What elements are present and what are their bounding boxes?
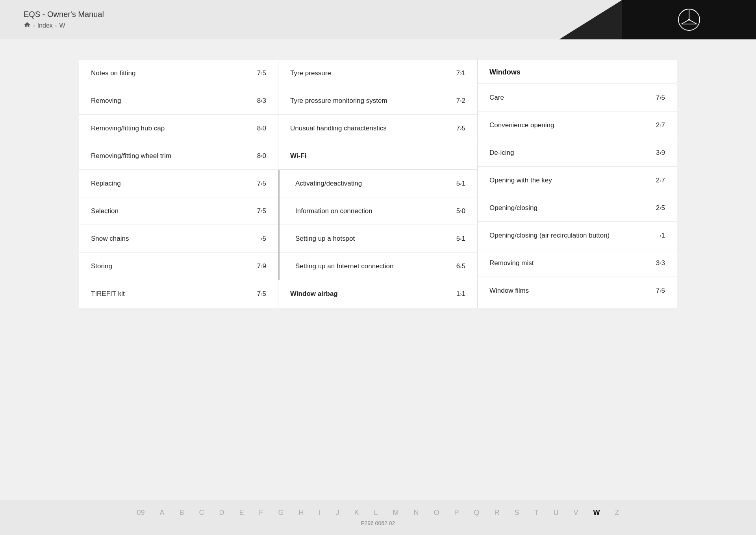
row-label: Removing mist bbox=[489, 259, 656, 267]
column-3: Windows Care 7›5 Convenience opening 2›7… bbox=[478, 59, 677, 308]
row-page: 7›5 bbox=[456, 124, 465, 132]
row-label: Storing bbox=[91, 262, 257, 270]
alpha-H[interactable]: H bbox=[298, 509, 304, 517]
row-label: Convenience opening bbox=[489, 121, 656, 129]
section-header-wifi: Wi-Fi bbox=[278, 142, 477, 170]
table-row: Tyre pressure monitoring system 7›2 bbox=[278, 87, 477, 115]
index-table: Notes on fitting 7›5 Removing 8›3 Removi… bbox=[79, 59, 677, 308]
row-label: TIREFIT kit bbox=[91, 290, 257, 298]
table-row: TIREFIT kit 7›5 bbox=[79, 280, 278, 308]
table-row: De-icing 3›9 bbox=[478, 139, 677, 167]
wifi-sub-section: Activating/deactivating 5›1 Information … bbox=[278, 170, 477, 280]
table-row: Unusual handling characteristics 7›5 bbox=[278, 115, 477, 142]
alpha-U[interactable]: U bbox=[554, 509, 559, 517]
column-2: Tyre pressure 7›1 Tyre pressure monitori… bbox=[278, 59, 478, 308]
row-page: 2›7 bbox=[656, 121, 665, 129]
header: EQS - Owner's Manual › Index › W bbox=[0, 0, 756, 39]
row-page: 7›5 bbox=[656, 94, 665, 102]
row-label: Opening/closing bbox=[489, 204, 656, 212]
alpha-M[interactable]: M bbox=[393, 509, 399, 517]
row-page: 1›1 bbox=[456, 290, 465, 298]
header-logo-area bbox=[559, 0, 756, 39]
row-label: Removing/fitting wheel trim bbox=[91, 152, 257, 160]
alpha-L[interactable]: L bbox=[374, 509, 378, 517]
row-page: 7›5 bbox=[257, 290, 266, 298]
breadcrumb-sep-2: › bbox=[55, 22, 57, 29]
row-page: 3›3 bbox=[656, 259, 665, 267]
col3-header: Windows bbox=[478, 59, 677, 84]
alpha-Q[interactable]: Q bbox=[474, 509, 480, 517]
row-label: Tyre pressure bbox=[290, 69, 456, 77]
alpha-R[interactable]: R bbox=[495, 509, 500, 517]
app-title: EQS - Owner's Manual bbox=[24, 10, 104, 19]
table-row: Activating/deactivating 5›1 bbox=[280, 170, 477, 197]
row-label: Setting up an Internet connection bbox=[295, 262, 456, 270]
table-row: Selection 7›5 bbox=[79, 197, 278, 225]
row-label: Snow chains bbox=[91, 235, 261, 243]
table-row: Setting up a hotspot 5›1 bbox=[280, 225, 477, 253]
breadcrumb: › Index › W bbox=[24, 21, 104, 30]
alpha-Z[interactable]: Z bbox=[615, 509, 619, 517]
breadcrumb-current[interactable]: W bbox=[59, 22, 65, 29]
alpha-C[interactable]: C bbox=[199, 509, 204, 517]
alpha-B[interactable]: B bbox=[179, 509, 184, 517]
breadcrumb-index[interactable]: Index bbox=[37, 22, 53, 29]
alpha-N[interactable]: N bbox=[414, 509, 419, 517]
alpha-W[interactable]: W bbox=[593, 509, 600, 517]
alpha-F[interactable]: F bbox=[259, 509, 263, 517]
table-row: Tyre pressure 7›1 bbox=[278, 59, 477, 87]
row-page: 7›5 bbox=[257, 180, 266, 188]
row-page: ›5 bbox=[261, 235, 266, 243]
table-row: Setting up an Internet connection 6›5 bbox=[280, 253, 477, 280]
alpha-V[interactable]: V bbox=[574, 509, 578, 517]
row-page: 5›1 bbox=[456, 235, 465, 243]
alpha-P[interactable]: P bbox=[454, 509, 459, 517]
row-page: 8›3 bbox=[257, 97, 266, 105]
table-row: Opening with the key 2›7 bbox=[478, 167, 677, 194]
alpha-E[interactable]: E bbox=[239, 509, 244, 517]
row-label: Setting up a hotspot bbox=[295, 235, 456, 243]
alpha-K[interactable]: K bbox=[354, 509, 359, 517]
row-label: Activating/deactivating bbox=[295, 180, 456, 188]
row-label: Opening/closing (air recirculation butto… bbox=[489, 231, 660, 240]
row-page: ›1 bbox=[660, 232, 665, 240]
table-row: Snow chains ›5 bbox=[79, 225, 278, 253]
row-label: Information on connection bbox=[295, 207, 456, 215]
row-page: 2›7 bbox=[656, 176, 665, 184]
alpha-G[interactable]: G bbox=[278, 509, 284, 517]
alpha-S[interactable]: S bbox=[515, 509, 519, 517]
table-row: Removing/fitting hub cap 8›0 bbox=[79, 115, 278, 142]
row-label: Tyre pressure monitoring system bbox=[290, 97, 456, 105]
header-left: EQS - Owner's Manual › Index › W bbox=[24, 10, 104, 30]
row-page: 7›5 bbox=[257, 207, 266, 215]
home-icon[interactable] bbox=[24, 21, 31, 30]
alpha-O[interactable]: O bbox=[434, 509, 439, 517]
row-page: 7›5 bbox=[257, 69, 266, 77]
alphabet-bar: 09 A B C D E F G H I J K L M N O P Q R S… bbox=[24, 509, 732, 517]
table-row: Removing/fitting wheel trim 8›0 bbox=[79, 142, 278, 170]
table-row: Notes on fitting 7›5 bbox=[79, 59, 278, 87]
alpha-I[interactable]: I bbox=[319, 509, 321, 517]
footer-code: F296 0062 02 bbox=[361, 520, 395, 526]
row-page: 8›0 bbox=[257, 152, 266, 160]
row-label: Care bbox=[489, 94, 656, 102]
alpha-T[interactable]: T bbox=[534, 509, 539, 517]
table-row: Replacing 7›5 bbox=[79, 170, 278, 197]
main-content: Notes on fitting 7›5 Removing 8›3 Removi… bbox=[0, 39, 756, 500]
header-logo-box bbox=[622, 0, 756, 39]
table-row: Convenience opening 2›7 bbox=[478, 111, 677, 139]
table-row: Removing 8›3 bbox=[79, 87, 278, 115]
alpha-09[interactable]: 09 bbox=[137, 509, 145, 517]
row-label: Opening with the key bbox=[489, 176, 656, 184]
row-label: Selection bbox=[91, 207, 257, 215]
footer: 09 A B C D E F G H I J K L M N O P Q R S… bbox=[0, 500, 756, 535]
alpha-D[interactable]: D bbox=[219, 509, 224, 517]
table-row: Removing mist 3›3 bbox=[478, 249, 677, 277]
alpha-J[interactable]: J bbox=[336, 509, 339, 517]
alpha-A[interactable]: A bbox=[159, 509, 164, 517]
row-label: Notes on fitting bbox=[91, 69, 257, 77]
column-1: Notes on fitting 7›5 Removing 8›3 Removi… bbox=[79, 59, 278, 308]
row-label: De-icing bbox=[489, 149, 656, 157]
table-row: Window films 7›5 bbox=[478, 277, 677, 305]
mercedes-logo bbox=[677, 8, 701, 32]
